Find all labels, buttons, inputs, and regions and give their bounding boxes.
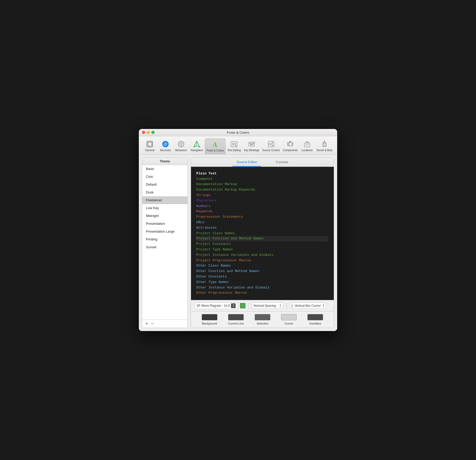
cursor-swatch-label: Cursor xyxy=(285,322,293,325)
code-project-type-names[interactable]: Project Type Names xyxy=(196,247,329,252)
sidebar-item-presentation-large[interactable]: Presentation Large xyxy=(142,228,187,235)
swatch-background[interactable]: Background xyxy=(202,314,217,325)
code-urls[interactable]: URLs xyxy=(196,220,329,225)
sidebar-list: Basic Civic Default Dusk Freelancer Low … xyxy=(142,165,187,320)
svg-rect-1 xyxy=(148,142,152,146)
svg-point-29 xyxy=(269,143,271,145)
fonts-colors-icon: A xyxy=(211,140,219,149)
components-icon xyxy=(286,140,294,148)
svg-point-51 xyxy=(325,144,326,145)
swatch-selection[interactable]: Selection xyxy=(255,314,270,325)
server-bots-icon xyxy=(320,140,329,148)
svg-rect-52 xyxy=(323,146,325,146)
toolbar-key-bindings[interactable]: alt opt Key Bindings xyxy=(242,138,261,154)
remove-theme-button[interactable]: − xyxy=(151,321,155,326)
toolbar-general-label: General xyxy=(145,149,154,152)
code-numbers[interactable]: Numbers xyxy=(196,204,329,209)
toolbar-server-bots[interactable]: Server & Bots xyxy=(315,138,334,154)
close-button[interactable] xyxy=(142,131,145,134)
sidebar-item-low-key[interactable]: Low Key xyxy=(142,204,187,212)
svg-point-48 xyxy=(324,141,325,142)
maximize-button[interactable] xyxy=(151,131,154,134)
toolbar-navigation[interactable]: Navigation xyxy=(189,138,205,154)
toolbar-fonts-colors[interactable]: A Fonts & Colors xyxy=(205,138,225,154)
code-other-instance-vars[interactable]: Other Instance Variables and Globals xyxy=(196,285,329,291)
code-project-instance-vars[interactable]: Project Instance Variables and Globals xyxy=(196,252,329,258)
code-other-function-method[interactable]: Other Function and Method Names xyxy=(196,269,329,274)
toolbar-locations[interactable]: Locations xyxy=(299,138,315,154)
font-color-swatch[interactable] xyxy=(240,303,245,308)
code-other-type-names[interactable]: Other Type Names xyxy=(196,280,329,285)
svg-point-6 xyxy=(181,144,182,145)
svg-point-10 xyxy=(180,144,180,145)
toolbar-behaviors-label: Behaviors xyxy=(175,149,187,152)
svg-rect-22 xyxy=(249,143,251,144)
font-bar: SF Mono Regular - 14.0 T Normal Spacing … xyxy=(191,300,334,311)
svg-point-35 xyxy=(289,141,291,143)
toolbar-text-editing[interactable]: Text Editing xyxy=(225,138,242,154)
code-strings[interactable]: Strings xyxy=(196,193,329,198)
code-characters[interactable]: Characters xyxy=(196,198,329,204)
sidebar-item-printing[interactable]: Printing xyxy=(142,235,187,243)
toolbar-text-editing-label: Text Editing xyxy=(227,149,241,152)
code-project-preprocessor[interactable]: Project Preprocessor Macros xyxy=(196,258,329,263)
code-other-constants[interactable]: Other Constants xyxy=(196,274,329,280)
sidebar-item-civic[interactable]: Civic xyxy=(142,173,187,181)
code-preprocessor[interactable]: Preprocessor Statements xyxy=(196,214,329,220)
code-project-class-names[interactable]: Project Class Names xyxy=(196,231,329,236)
svg-point-31 xyxy=(272,145,273,146)
svg-point-8 xyxy=(180,143,180,144)
swatch-current-line[interactable]: Current Line xyxy=(228,314,244,325)
svg-text:@: @ xyxy=(163,142,168,146)
toolbar-accounts[interactable]: @ Accounts xyxy=(158,138,173,154)
code-preview: Plain Text Comments Documentation Markup… xyxy=(191,167,334,300)
code-comments[interactable]: Comments xyxy=(196,176,329,182)
svg-point-50 xyxy=(323,144,324,145)
cursor-swatch-box[interactable] xyxy=(281,314,297,320)
svg-point-30 xyxy=(272,142,273,143)
sidebar-item-basic[interactable]: Basic xyxy=(142,165,187,173)
spacing-select[interactable]: Normal Spacing ▲ ▼ xyxy=(252,303,283,309)
minimize-button[interactable] xyxy=(147,131,150,134)
sidebar-item-freelancer[interactable]: Freelancer xyxy=(142,196,187,204)
add-theme-button[interactable]: + xyxy=(145,321,149,326)
code-doc-markup[interactable]: Documentation Markup xyxy=(196,182,329,187)
toolbar-components[interactable]: Components xyxy=(281,138,299,154)
code-doc-markup-keywords[interactable]: Documentation Markup Keywords xyxy=(196,187,329,193)
code-keywords[interactable]: Keywords xyxy=(196,209,329,214)
toolbar-fonts-colors-label: Fonts & Colors xyxy=(207,149,224,152)
invisibles-swatch-box[interactable] xyxy=(307,314,323,320)
code-project-constants[interactable]: Project Constants xyxy=(196,241,329,247)
font-name-box[interactable]: SF Mono Regular - 14.0 T xyxy=(194,302,238,309)
swatch-invisibles[interactable]: Invisibles xyxy=(307,314,323,325)
toolbar-behaviors[interactable]: Behaviors xyxy=(173,138,189,154)
toolbar-source-control[interactable]: Source Control xyxy=(261,138,281,154)
background-swatch-box[interactable] xyxy=(202,314,217,320)
sidebar-item-sunset[interactable]: Sunset xyxy=(142,243,187,251)
font-format-icon[interactable]: T xyxy=(231,303,236,308)
svg-point-5 xyxy=(181,142,182,143)
main-content: Theme Basic Civic Default Dusk Freelance… xyxy=(139,155,337,331)
sidebar-item-dusk[interactable]: Dusk xyxy=(142,188,187,196)
toolbar-accounts-label: Accounts xyxy=(160,149,171,152)
cursor-select[interactable]: | Vertical Bar Cursor ▲ ▼ xyxy=(290,303,326,309)
toolbar-source-control-label: Source Control xyxy=(262,149,280,152)
tab-source-editor[interactable]: Source Editor xyxy=(232,158,261,167)
toolbar-general[interactable]: General xyxy=(142,138,158,154)
sidebar-item-midnight[interactable]: Midnight xyxy=(142,212,187,220)
current-line-swatch-box[interactable] xyxy=(228,314,244,320)
toolbar-server-bots-label: Server & Bots xyxy=(316,149,332,152)
source-control-icon xyxy=(267,140,275,148)
sidebar-item-presentation[interactable]: Presentation xyxy=(142,220,187,228)
code-attributes[interactable]: Attributes xyxy=(196,225,329,231)
selection-swatch-box[interactable] xyxy=(255,314,270,320)
tab-console[interactable]: Console xyxy=(272,158,293,167)
code-project-function-method[interactable]: Project Function and Method Names xyxy=(196,236,329,241)
code-other-preprocessor[interactable]: Other Preprocessor Macros xyxy=(196,290,329,296)
divider-2 xyxy=(286,303,287,309)
sidebar-item-default[interactable]: Default xyxy=(142,181,187,188)
code-other-class-names[interactable]: Other Class Names xyxy=(196,263,329,269)
swatch-cursor[interactable]: Cursor xyxy=(281,314,297,325)
text-editing-icon xyxy=(230,140,238,148)
code-plain-text[interactable]: Plain Text xyxy=(196,171,329,176)
